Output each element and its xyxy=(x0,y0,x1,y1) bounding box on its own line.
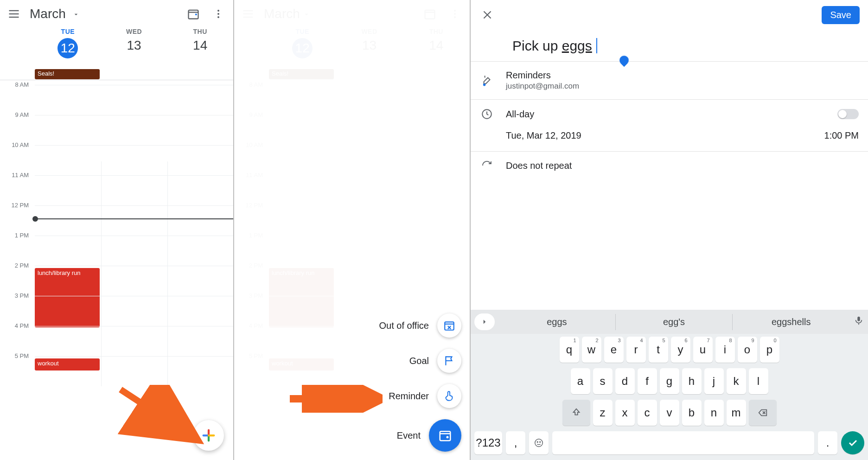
hour-label: 10 AM xyxy=(0,141,29,148)
fab-item-event[interactable]: Event xyxy=(397,419,461,452)
close-icon[interactable] xyxy=(479,6,496,23)
finger-icon[interactable] xyxy=(437,384,461,408)
calendar-selector-row[interactable]: Reminders justinpot@gmail.com xyxy=(471,62,868,99)
calendar-x-icon[interactable] xyxy=(437,313,461,338)
day-number: 13 xyxy=(101,38,167,53)
key-r[interactable]: r4 xyxy=(626,337,646,363)
month-label: March xyxy=(30,6,66,21)
hour-row: 3 PM xyxy=(0,296,233,326)
key-done[interactable] xyxy=(841,431,864,454)
key-g[interactable]: g xyxy=(660,368,679,394)
svg-point-28 xyxy=(483,83,485,85)
hour-row: 1 PM xyxy=(0,236,233,266)
key-symbols[interactable]: ?123 xyxy=(474,431,502,454)
day-header[interactable]: WED13 xyxy=(101,28,167,67)
day-header[interactable]: TUE12 xyxy=(35,28,101,67)
hour-label: 2 PM xyxy=(0,262,29,269)
key-j[interactable]: j xyxy=(704,368,724,394)
hour-label: 3 PM xyxy=(0,292,29,299)
key-i[interactable]: i8 xyxy=(715,337,735,363)
key-y[interactable]: y6 xyxy=(671,337,690,363)
key-emoji[interactable] xyxy=(529,431,549,454)
calendar-name: Reminders xyxy=(506,70,859,81)
key-u[interactable]: u7 xyxy=(693,337,713,363)
allday-toggle[interactable] xyxy=(837,109,859,119)
day-of-week: TUE xyxy=(35,28,101,35)
key-q[interactable]: q1 xyxy=(560,337,579,363)
on-screen-keyboard: eggs egg's eggshells q1w2e3r4t5y6u7i8o9p… xyxy=(471,310,868,460)
fab-create-button[interactable] xyxy=(193,420,224,451)
hour-row: 5 PM xyxy=(0,356,233,386)
reminder-title-input[interactable]: Pick up eggs xyxy=(512,38,868,54)
save-button[interactable]: Save xyxy=(822,6,860,24)
key-l[interactable]: l xyxy=(749,368,768,394)
time-value[interactable]: 1:00 PM xyxy=(824,130,859,141)
hour-label: 12 PM xyxy=(0,202,29,209)
hour-row: 12 PM xyxy=(0,205,233,236)
chevron-down-icon xyxy=(72,6,80,21)
mic-icon[interactable] xyxy=(849,315,868,328)
key-o[interactable]: o9 xyxy=(738,337,757,363)
key-m[interactable]: m xyxy=(727,400,746,426)
key-space[interactable] xyxy=(552,431,814,454)
allday-event-seals[interactable]: Seals! xyxy=(35,69,100,79)
calendar-email: justinpot@gmail.com xyxy=(506,82,859,91)
fab-item-reminder[interactable]: Reminder xyxy=(389,384,461,408)
key-n[interactable]: n xyxy=(704,400,724,426)
key-e[interactable]: e3 xyxy=(604,337,624,363)
key-k[interactable]: k xyxy=(727,368,746,394)
key-x[interactable]: x xyxy=(615,400,635,426)
hour-label: 9 AM xyxy=(0,111,29,118)
allday-label: All-day xyxy=(506,109,825,120)
key-backspace[interactable] xyxy=(749,400,777,426)
repeat-value: Does not repeat xyxy=(506,160,859,171)
suggestion-3[interactable]: eggshells xyxy=(732,314,849,330)
hour-label: 1 PM xyxy=(0,232,29,239)
key-p[interactable]: p0 xyxy=(760,337,779,363)
datetime-row[interactable]: Tue, Mar 12, 2019 1:00 PM xyxy=(471,128,868,151)
hour-label: 8 AM xyxy=(0,81,29,88)
key-d[interactable]: d xyxy=(615,368,635,394)
repeat-row[interactable]: Does not repeat xyxy=(471,152,868,179)
key-v[interactable]: v xyxy=(660,400,679,426)
svg-point-6 xyxy=(217,10,219,12)
svg-rect-22 xyxy=(440,431,451,441)
key-b[interactable]: b xyxy=(682,400,702,426)
suggestion-1[interactable]: eggs xyxy=(498,314,615,330)
title-text-part1: Pick up xyxy=(512,38,562,53)
menu-icon[interactable] xyxy=(6,6,22,22)
key-shift[interactable] xyxy=(562,400,590,426)
hour-row: 2 PM xyxy=(0,266,233,296)
key-h[interactable]: h xyxy=(682,368,702,394)
key-comma[interactable]: , xyxy=(506,431,525,454)
key-w[interactable]: w2 xyxy=(582,337,601,363)
key-t[interactable]: t5 xyxy=(649,337,668,363)
fab-item-out-of-office[interactable]: Out of office xyxy=(379,313,461,338)
suggestion-expand-icon[interactable] xyxy=(474,313,495,330)
key-f[interactable]: f xyxy=(638,368,657,394)
flag-icon[interactable] xyxy=(437,349,461,373)
overflow-menu-icon[interactable] xyxy=(209,5,228,23)
date-value[interactable]: Tue, Mar 12, 2019 xyxy=(506,130,812,141)
fab-item-label: Event xyxy=(397,430,421,441)
key-s[interactable]: s xyxy=(593,368,613,394)
hour-label: 5 PM xyxy=(0,352,29,359)
svg-point-8 xyxy=(217,16,219,18)
hour-row: 4 PM xyxy=(0,326,233,356)
svg-point-5 xyxy=(195,13,197,15)
key-c[interactable]: c xyxy=(638,400,657,426)
svg-rect-18 xyxy=(445,322,454,330)
svg-point-7 xyxy=(217,13,219,15)
fab-item-label: Reminder xyxy=(389,391,429,402)
svg-point-33 xyxy=(535,439,543,447)
day-header[interactable]: THU14 xyxy=(167,28,233,67)
key-a[interactable]: a xyxy=(571,368,590,394)
calendar-icon[interactable] xyxy=(429,419,461,452)
key-period[interactable]: . xyxy=(818,431,837,454)
fab-item-goal[interactable]: Goal xyxy=(409,349,461,373)
month-picker[interactable]: March xyxy=(30,6,80,21)
reminder-icon xyxy=(480,75,494,87)
suggestion-2[interactable]: egg's xyxy=(615,314,733,330)
today-icon[interactable] xyxy=(184,5,203,23)
key-z[interactable]: z xyxy=(593,400,613,426)
